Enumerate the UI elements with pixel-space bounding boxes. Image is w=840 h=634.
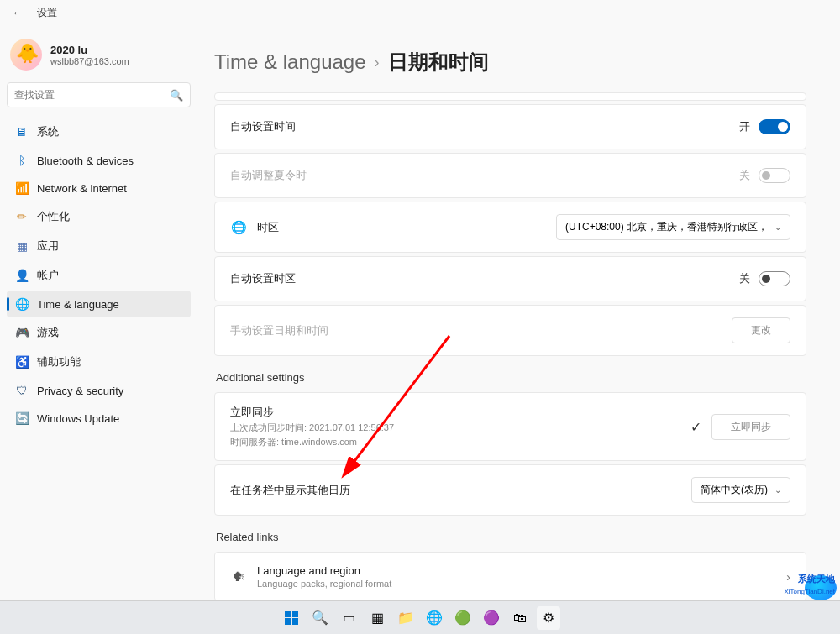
sync-last: 上次成功同步时间: 2021.07.01 12:56:37 [230,422,680,434]
sidebar-item-label: Privacy & security [37,385,123,397]
timezone-dropdown[interactable]: (UTC+08:00) 北京，重庆，香港特别行政区， ⌄ [556,214,790,240]
sidebar-item-label: 个性化 [37,209,70,224]
toggle-label: 开 [739,119,750,134]
row-label: 时区 [257,220,546,235]
watermark-url: XiTongTianDi.net [784,588,835,595]
sidebar-item-label: 系统 [37,124,59,139]
language-icon: 🗣 [230,569,247,584]
row-additional-calendars[interactable]: 在任务栏中显示其他日历 简体中文(农历) ⌄ [214,464,806,516]
start-button[interactable] [280,606,303,630]
sidebar-item-gaming[interactable]: 🎮游戏 [7,318,191,347]
sidebar-item-label: Time & language [37,298,119,311]
row-label: 在任务栏中显示其他日历 [230,483,681,498]
sidebar-item-accessibility[interactable]: ♿辅助功能 [7,348,191,376]
chevron-down-icon: ⌄ [774,485,781,495]
row-label: 自动设置时区 [230,271,729,286]
chevron-right-icon: › [786,570,790,584]
avatar [10,39,42,71]
sidebar-item-privacy[interactable]: 🛡Privacy & security [7,377,191,404]
user-block[interactable]: 2020 lu wslbb87@163.com [7,32,191,82]
sidebar-item-label: 辅助功能 [37,354,81,369]
accounts-icon: 👤 [15,269,29,282]
link-title: Language and region [257,564,776,577]
search-icon: 🔍 [170,89,183,102]
toggle-label: 关 [739,168,750,183]
sidebar-item-label: Bluetooth & devices [37,155,134,167]
chevron-down-icon: ⌄ [774,223,781,232]
section-related-links: Related links [216,531,806,543]
app-title: 设置 [37,6,57,20]
search-icon[interactable]: 🔍 [308,606,332,630]
row-auto-time[interactable]: 自动设置时间 开 [214,104,806,149]
apps-icon: ▦ [15,239,29,253]
toggle-auto-time[interactable] [759,119,790,134]
search-box[interactable]: 🔍 [7,82,191,107]
user-name: 2020 lu [50,44,129,56]
sidebar-item-system[interactable]: 🖥系统 [7,118,191,146]
sidebar-item-label: Windows Update [37,412,119,425]
sidebar-item-bluetooth[interactable]: ᛒBluetooth & devices [7,147,191,174]
time-language-icon: 🌐 [15,297,29,311]
row-manual-datetime: 手动设置日期和时间 更改 [214,305,806,356]
taskbar[interactable]: 🔍 ▭ ▦ 📁 🌐 🟢 🟣 🛍 ⚙ [0,600,840,634]
nav-list: 🖥系统ᛒBluetooth & devices📶Network & intern… [7,118,191,432]
explorer-icon[interactable]: 📁 [394,606,417,630]
sidebar-item-personalize[interactable]: ✏个性化 [7,202,191,231]
breadcrumb: Time & language › 日期和时间 [214,49,806,76]
privacy-icon: 🛡 [15,384,29,397]
row-label: 手动设置日期和时间 [230,323,722,338]
app-icon[interactable]: 🟣 [480,606,503,630]
sidebar-item-label: 应用 [37,238,59,254]
check-icon: ✓ [690,419,701,435]
sidebar-item-network[interactable]: 📶Network & internet [7,175,191,202]
sidebar-item-time-language[interactable]: 🌐Time & language [7,291,191,317]
dropdown-value: 简体中文(农历) [701,483,768,497]
row-language-region[interactable]: 🗣 Language and region Language packs, re… [214,552,806,601]
sidebar-item-label: 帐户 [37,268,59,283]
card-top-sliver [214,92,806,101]
main-content: Time & language › 日期和时间 自动设置时间 开 自动调整夏令时… [197,25,840,634]
update-icon: 🔄 [15,411,29,425]
bluetooth-icon: ᛒ [15,154,29,167]
row-dst: 自动调整夏令时 关 [214,153,806,198]
widgets-icon[interactable]: ▦ [365,606,389,630]
sidebar: 2020 lu wslbb87@163.com 🔍 🖥系统ᛒBluetooth … [0,25,197,634]
breadcrumb-parent[interactable]: Time & language [214,50,366,74]
gaming-icon: 🎮 [15,326,29,339]
sidebar-item-apps[interactable]: ▦应用 [7,232,191,260]
toggle-auto-tz[interactable] [759,271,790,286]
network-icon: 📶 [15,181,29,195]
sync-title: 立即同步 [230,405,680,420]
sidebar-item-accounts[interactable]: 👤帐户 [7,261,191,290]
sync-server: 时间服务器: time.windows.com [230,436,680,448]
row-label: 自动调整夏令时 [230,168,729,183]
toggle-dst [759,168,790,183]
link-sub: Language packs, regional format [257,579,776,589]
titlebar: ← 设置 [0,0,840,25]
user-email: wslbb87@163.com [50,56,129,66]
row-sync-now: 立即同步 上次成功同步时间: 2021.07.01 12:56:37 时间服务器… [214,392,806,461]
globe-icon: 🌐 [230,220,247,235]
personalize-icon: ✏ [15,210,29,223]
dropdown-value: (UTC+08:00) 北京，重庆，香港特别行政区， [565,220,768,234]
sidebar-item-label: Network & internet [37,182,127,195]
edge-icon[interactable]: 🌐 [423,606,446,630]
task-view-icon[interactable]: ▭ [337,606,360,630]
chrome-icon[interactable]: 🟢 [451,606,475,630]
sidebar-item-update[interactable]: 🔄Windows Update [7,405,191,432]
sync-now-button[interactable]: 立即同步 [711,414,790,440]
row-timezone[interactable]: 🌐 时区 (UTC+08:00) 北京，重庆，香港特别行政区， ⌄ [214,202,806,253]
search-input[interactable] [14,89,170,101]
system-icon: 🖥 [15,125,29,139]
calendar-dropdown[interactable]: 简体中文(农历) ⌄ [691,477,790,503]
row-label: 自动设置时间 [230,119,729,134]
accessibility-icon: ♿ [15,355,29,369]
store-icon[interactable]: 🛍 [508,606,532,630]
settings-icon[interactable]: ⚙ [537,606,560,630]
chevron-right-icon: › [375,54,380,71]
watermark-brand: 系统天地 [798,573,835,585]
back-button[interactable]: ← [12,6,24,19]
section-additional-settings: Additional settings [216,371,806,384]
change-button[interactable]: 更改 [732,317,790,343]
row-auto-timezone[interactable]: 自动设置时区 关 [214,256,806,301]
